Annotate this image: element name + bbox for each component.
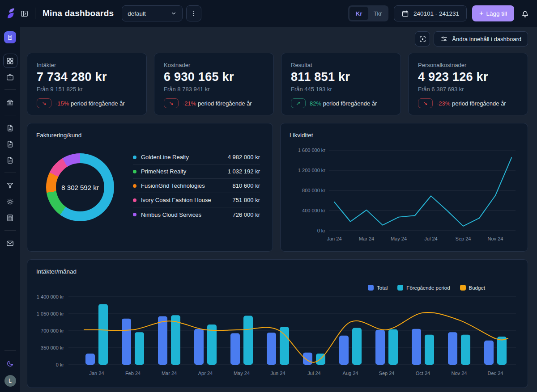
topbar-divider [35, 8, 35, 19]
dashboard-select[interactable]: default [122, 5, 183, 21]
bar-total[interactable] [339, 336, 349, 365]
legend-item-total[interactable]: Total [368, 285, 388, 291]
calendar-icon [401, 10, 409, 17]
liquidity-chart-svg: 0 kr400 000 kr800 000 kr1 200 000 kr1 60… [290, 141, 519, 249]
kpi-trend-row: ↗ 82% period föregående år [291, 98, 391, 108]
bar-total[interactable] [412, 329, 421, 365]
notifications-button[interactable] [520, 9, 530, 18]
user-avatar[interactable]: L [4, 375, 16, 387]
bar-total[interactable] [230, 333, 240, 365]
trend-badge: ↘ [164, 98, 179, 108]
edit-dashboard-label: Ändra innehåll i dashboard [452, 36, 521, 42]
kpi-change-suffix: period föregående år [323, 100, 377, 107]
fullscreen-button[interactable] [415, 31, 430, 46]
legend-row[interactable]: FusionGrid Technologies 810 600 kr [133, 179, 260, 193]
settings-gear-icon [6, 198, 14, 206]
trend-badge: ↗ [291, 98, 306, 108]
app-window: Mina dashboards default Kr Tkr 240101 - … [0, 0, 537, 392]
svg-text:1 600 000 kr: 1 600 000 kr [298, 148, 325, 153]
sidebar-item-calculator[interactable] [3, 211, 17, 225]
legend-item-budget[interactable]: Budget [460, 285, 485, 291]
revenue-bar-chart[interactable]: 0 kr350 000 kr700 000 kr1 050 000 kr1 40… [36, 292, 519, 384]
bar-previous-period[interactable] [461, 335, 470, 365]
customer-name: Ivory Coast Fashion House [141, 197, 211, 203]
add-widget-button[interactable]: + Lägg till [472, 5, 514, 21]
bar-previous-period[interactable] [425, 335, 434, 365]
trend-down-icon: ↘ [42, 100, 46, 106]
bar-total[interactable] [158, 316, 167, 365]
legend-label: Total [377, 285, 388, 291]
svg-text:0 kr: 0 kr [56, 362, 64, 367]
bar-previous-period[interactable] [352, 328, 362, 365]
sidebar-divider [4, 89, 16, 90]
sidebar-item-filter[interactable] [3, 178, 17, 193]
donut-chart[interactable]: 8 302 592 kr [46, 153, 114, 221]
sidebar-item-portfolio[interactable] [3, 70, 17, 84]
bar-previous-period[interactable] [243, 316, 253, 365]
bar-previous-period[interactable] [497, 337, 507, 365]
kpi-value: 6 930 165 kr [164, 70, 264, 84]
legend-row[interactable]: PrimeNest Realty 1 032 192 kr [133, 164, 260, 179]
bar-chart-legend: Total Föregående period Budget [36, 285, 485, 291]
kpi-trend-row: ↘ -23% period föregående år [418, 98, 518, 108]
bar-total[interactable] [375, 330, 385, 365]
kpi-card-resultat[interactable]: Resultat 811 851 kr Från 445 193 kr ↗ 82… [281, 53, 401, 115]
plus-icon: + [479, 10, 483, 17]
svg-text:Dec 24: Dec 24 [488, 371, 503, 376]
bar-total[interactable] [194, 329, 204, 365]
legend-item-previous-period[interactable]: Föregående period [397, 285, 450, 291]
sidebar-toggle-button[interactable] [20, 9, 29, 18]
sliders-icon [440, 35, 448, 43]
building-icon [7, 34, 13, 41]
sidebar-item-result-report[interactable] [3, 137, 17, 151]
kpi-row: Intäkter 7 734 280 kr Från 9 151 825 kr … [27, 53, 528, 115]
customer-value: 810 600 kr [233, 182, 260, 189]
kpi-value: 4 923 126 kr [418, 70, 518, 84]
sidebar-item-dashboard[interactable] [3, 54, 17, 68]
bar-previous-period[interactable] [388, 329, 398, 365]
legend-row[interactable]: Ivory Coast Fashion House 751 800 kr [133, 193, 260, 207]
legend-dot [133, 184, 136, 188]
legend-label: Föregående period [406, 285, 450, 291]
customer-name: Nimbus Cloud Services [141, 211, 201, 218]
bar-previous-period[interactable] [98, 304, 108, 365]
theme-toggle[interactable] [3, 356, 17, 371]
bar-previous-period[interactable] [280, 327, 289, 365]
invoicing-per-customer-card: Fakturering/kund 8 302 592 kr GoldenLine… [27, 123, 273, 252]
middle-row: Fakturering/kund 8 302 592 kr GoldenLine… [27, 123, 528, 252]
liquidity-line-chart[interactable]: 0 kr400 000 kr800 000 kr1 200 000 kr1 60… [290, 141, 519, 250]
edit-dashboard-button[interactable]: Ändra innehåll i dashboard [434, 31, 528, 46]
bar-total[interactable] [85, 354, 95, 365]
dashboard-menu-button[interactable] [186, 5, 201, 21]
legend-row[interactable]: Nimbus Cloud Services 726 000 kr [133, 207, 260, 222]
bar-previous-period[interactable] [135, 332, 144, 365]
sidebar-item-settings[interactable] [3, 194, 17, 209]
svg-text:Mar 24: Mar 24 [162, 371, 177, 376]
date-range-button[interactable]: 240101 - 241231 [394, 5, 467, 21]
legend-row[interactable]: GoldenLine Realty 4 982 000 kr [133, 150, 260, 164]
sidebar-divider [4, 230, 16, 231]
app-logo[interactable] [0, 0, 20, 27]
chart-title: Fakturering/kund [36, 132, 264, 139]
kpi-title: Intäkter [37, 62, 137, 68]
kpi-card-intakter[interactable]: Intäkter 7 734 280 kr Från 9 151 825 kr … [27, 53, 147, 115]
bar-total[interactable] [267, 333, 276, 365]
unit-toggle-kr[interactable]: Kr [349, 7, 368, 20]
sidebar-item-bank[interactable] [3, 95, 17, 110]
sidebar-item-reports[interactable] [3, 121, 17, 135]
sidebar-item-company[interactable] [4, 31, 16, 43]
bar-total[interactable] [484, 341, 494, 365]
kpi-card-personalkostnader[interactable]: Personalkostnader 4 923 126 kr Från 6 38… [408, 53, 528, 115]
sidebar-item-mail[interactable] [3, 236, 17, 250]
svg-text:Jul 24: Jul 24 [424, 236, 437, 241]
legend-dot [133, 198, 136, 202]
kpi-card-kostnader[interactable]: Kostnader 6 930 165 kr Från 8 783 941 kr… [154, 53, 274, 115]
svg-text:Jul 24: Jul 24 [307, 371, 320, 376]
bar-total[interactable] [122, 319, 131, 365]
topbar: Mina dashboards default Kr Tkr 240101 - … [0, 0, 537, 27]
sidebar-item-budget-report[interactable] [3, 153, 17, 167]
unit-toggle-tkr[interactable]: Tkr [368, 7, 387, 20]
bar-total[interactable] [448, 332, 457, 365]
bar-total[interactable] [303, 353, 312, 365]
kpi-change-percent: -15% [55, 100, 69, 107]
